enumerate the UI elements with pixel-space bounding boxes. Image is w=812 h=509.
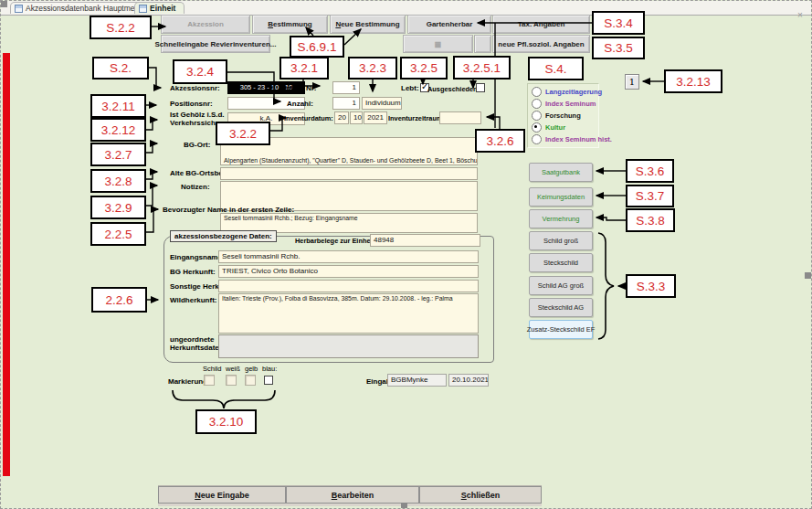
inventurzeitraum-label: Inventurzeitraum: [388, 114, 445, 122]
tab-einheit[interactable]: Einheit [134, 2, 185, 14]
tab-hauptmenu[interactable]: Akzessionsdatenbank Hauptmenü [10, 2, 153, 14]
callout-s4: S.4. [528, 57, 584, 80]
spacer-button [474, 35, 491, 53]
inventurdatum-month-field[interactable]: 10 [350, 111, 363, 124]
callout-3-2-5: 3.2.5 [400, 57, 448, 80]
callout-3-2-2: 3.2.2 [216, 122, 270, 145]
radio-dot [532, 87, 542, 97]
callout-3-2-3: 3.2.3 [348, 57, 397, 80]
gartenherbar-button[interactable]: Gartenherbar [407, 15, 491, 34]
markierung-col-schild: Schild [203, 365, 221, 373]
resize-handle-right[interactable] [805, 272, 811, 279]
schnelleingabe-button[interactable]: Schnelleingabe Revierinventuren... [161, 35, 270, 53]
wildherkunft-field[interactable]: Italien: Trieste (Prov.), Foiba di Basov… [218, 293, 479, 334]
callout-3-2-4: 3.2.4 [173, 59, 227, 84]
akzession-group-title: akzessionsbezogene Daten: [170, 230, 277, 242]
ausgeschieden-checkbox[interactable] [476, 83, 485, 92]
markierung-blau-checkbox[interactable] [264, 376, 273, 385]
callout-2-2-5: 2.2.5 [90, 222, 146, 246]
alte-bg-ortsbez-field[interactable] [220, 167, 478, 180]
saatgutbank-button[interactable]: Saatgutbank [529, 163, 593, 182]
schild-gross-button[interactable]: Schild groß [529, 231, 593, 250]
radio-dot [532, 111, 542, 121]
tab-einheit-label: Einheit [150, 4, 175, 13]
callout-s6-9-1: S.6.9.1 [290, 36, 344, 58]
radio-index-seminum-hist[interactable]: Index Seminum hist. [532, 134, 612, 144]
radio-forschung[interactable]: Forschung [532, 111, 581, 121]
neue-pflsoziol-button[interactable]: neue Pfl.soziol. Angaben [492, 35, 590, 53]
eingabe-user-field[interactable]: BGBMynke [387, 374, 447, 387]
eingangsname-field[interactable]: Seseli tommasinii Rchb. [218, 250, 479, 263]
eingabe-date-field[interactable]: 20.10.2021 [448, 374, 489, 387]
ist-gehoelz-label-2: Verkehrssich.: [170, 119, 220, 127]
radio-kultur[interactable]: Kultur [532, 122, 565, 133]
tab-strip: Akzessionsdatenbank Hauptmenü Einheit [1, 1, 811, 16]
table-icon: ▦ [435, 40, 442, 48]
resize-handle-bottom[interactable] [401, 503, 407, 509]
form-icon [15, 5, 23, 13]
inventurdatum-year-field[interactable]: 2021 [364, 111, 387, 124]
callout-s3-3: S.3.3 [626, 274, 676, 298]
steckschild-button[interactable]: Steckschild [529, 253, 593, 272]
inventurzeitraum-field[interactable] [439, 111, 481, 124]
anzahl-label: Anzahl: [287, 100, 313, 108]
radio-dot [532, 99, 542, 109]
callout-s3-5: S.3.5 [592, 37, 645, 59]
callout-3-2-9: 3.2.9 [90, 196, 146, 219]
notizen-label: Notizen: [181, 183, 210, 191]
callout-3-2-7: 3.2.7 [90, 143, 146, 166]
markierung-col-gelb: gelb [245, 365, 258, 373]
callout-s3-8: S.3.8 [626, 208, 675, 232]
keimungsdaten-button[interactable]: Keimungsdaten [529, 187, 593, 207]
info-button[interactable]: 1 [625, 74, 639, 90]
markierung-col-blau: blau: [262, 365, 277, 373]
close-icon[interactable]: × [797, 10, 803, 20]
positionsnr-label: Positionsnr: [170, 100, 213, 108]
wildherkunft-label: Wildherkunft: [170, 296, 216, 304]
callout-3-2-12: 3.2.12 [90, 118, 146, 142]
zusatz-steckschild-ef-button[interactable]: Zusatz-Steckschild EF [529, 320, 593, 339]
callout-3-2-1: 3.2.1 [279, 57, 329, 80]
markierung-weiss-checkbox[interactable] [226, 375, 237, 386]
akzessionsnr-label: Akzessionsnr: [170, 84, 220, 92]
sonstige-herkunft-field[interactable] [218, 280, 479, 292]
bg-herkunft-label: BG Herkunft: [170, 268, 216, 276]
akzession-button[interactable]: Akzession [161, 15, 250, 34]
bearbeiten-button[interactable]: Bearbeiten [286, 486, 419, 504]
record-selector-bar [3, 53, 10, 476]
lebt-label: Lebt: [401, 84, 419, 92]
steckschild-ag-button[interactable]: Steckschild AG [529, 298, 593, 317]
callout-3-2-10: 3.2.10 [195, 409, 257, 434]
eingangsname-label: Eingangsname: [170, 253, 225, 261]
herbarbelege-field[interactable]: 48948 [370, 234, 480, 247]
anzahl-unit-dropdown[interactable]: Individuum [362, 97, 402, 110]
callout-s2: S.2. [92, 57, 149, 80]
inventurdatum-day-field[interactable]: 20 [334, 111, 349, 124]
ungeordnete-herkunftsdaten-field[interactable] [218, 334, 479, 358]
bestimmung-button[interactable]: Bestimmung [252, 15, 328, 34]
tax-angaben-button[interactable]: Tax. Angaben [492, 15, 590, 34]
callout-s3-6: S.3.6 [626, 159, 674, 183]
grid-icon-button[interactable]: ▦ [403, 35, 473, 53]
callout-3-2-5-1: 3.2.5.1 [453, 56, 511, 80]
resize-handle-top-left[interactable] [1, 1, 7, 7]
neue-bestimmung-button[interactable]: Neue Bestimmung [330, 15, 406, 34]
einheit-nr-field[interactable]: 1 [332, 81, 360, 94]
markierung-gelb-checkbox[interactable] [245, 375, 256, 386]
neue-eingabe-button[interactable]: Neue Eingabe [158, 486, 286, 504]
vermehrung-button[interactable]: Vermehrung [529, 209, 593, 228]
anzahl-field[interactable]: 1 [332, 97, 360, 110]
radio-dot [532, 122, 542, 133]
herbarbelege-label: Herbarbelege zur Einheit [295, 237, 374, 245]
radio-dot [532, 134, 542, 144]
radio-index-seminum[interactable]: Index Seminum [532, 99, 596, 109]
bg-herkunft-field[interactable]: TRIEST, Civico Orto Botanico [218, 265, 479, 278]
radio-langzeitlagerung[interactable]: Langzeitlagerung [532, 87, 602, 97]
callout-3-2-11: 3.2.11 [90, 94, 146, 118]
markierung-schild-checkbox[interactable] [204, 375, 215, 386]
callout-s3-4: S.3.4 [592, 11, 645, 35]
schild-ag-gross-button[interactable]: Schild AG groß [529, 276, 593, 295]
bg-ort-label: BG-Ort: [184, 141, 210, 149]
schliessen-button[interactable]: Schließen [419, 486, 542, 504]
callout-s2-2: S.2.2 [90, 16, 152, 39]
